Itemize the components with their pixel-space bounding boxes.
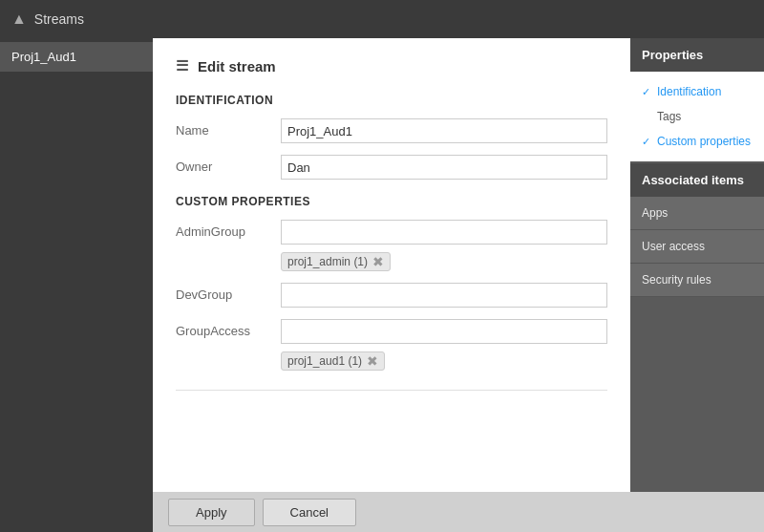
admingroup-field-row: AdminGroup proj1_admin (1) ✖	[176, 220, 607, 271]
content-area: ☰ Edit stream IDENTIFICATION Name Owner	[153, 38, 764, 532]
tags-check-icon	[642, 111, 653, 122]
associated-items-header: Associated items	[630, 163, 764, 197]
owner-input[interactable]	[281, 155, 607, 180]
streams-icon: ▲	[11, 11, 27, 28]
admingroup-input-wrap: proj1_admin (1) ✖	[281, 220, 607, 271]
custom-props-section: CUSTOM PROPERTIES AdminGroup proj1_admin…	[176, 195, 607, 371]
identification-section-title: IDENTIFICATION	[176, 94, 607, 107]
props-item-tags[interactable]: Tags	[630, 104, 764, 129]
name-label: Name	[176, 118, 281, 138]
edit-panel: ☰ Edit stream IDENTIFICATION Name Owner	[153, 38, 764, 492]
bottom-bar: Apply Cancel	[153, 492, 764, 532]
admingroup-tag: proj1_admin (1) ✖	[281, 252, 391, 271]
divider	[176, 390, 607, 391]
props-item-identification[interactable]: ✓ Identification	[630, 79, 764, 104]
properties-header: Properties	[630, 38, 764, 72]
owner-input-wrap	[281, 155, 607, 180]
identification-check-icon: ✓	[642, 86, 653, 98]
groupaccess-input[interactable]	[281, 319, 607, 344]
admingroup-tag-remove[interactable]: ✖	[372, 255, 384, 268]
admingroup-label: AdminGroup	[176, 220, 281, 239]
devgroup-field-row: DevGroup	[176, 283, 607, 308]
edit-header: ☰ Edit stream	[176, 57, 607, 74]
owner-field-row: Owner	[176, 155, 607, 180]
assoc-securityrules-label: Security rules	[642, 273, 711, 287]
groupaccess-tag: proj1_aud1 (1) ✖	[281, 351, 385, 371]
admingroup-input[interactable]	[281, 220, 607, 245]
apply-button[interactable]: Apply	[168, 499, 255, 526]
groupaccess-field-row: GroupAccess proj1_aud1 (1) ✖	[176, 319, 607, 371]
custom-props-check-icon: ✓	[642, 136, 653, 148]
assoc-list: Apps User access Security rules	[630, 197, 764, 492]
groupaccess-tag-label: proj1_aud1 (1)	[287, 354, 362, 368]
name-field-row: Name	[176, 118, 607, 143]
sidebar: Proj1_Aud1	[0, 38, 153, 532]
owner-label: Owner	[176, 155, 281, 174]
edit-title: Edit stream	[198, 58, 276, 74]
main-layout: Proj1_Aud1 ☰ Edit stream IDENTIFICATION …	[0, 38, 764, 532]
name-input-wrap	[281, 118, 607, 143]
props-item-identification-label: Identification	[657, 85, 721, 98]
name-input[interactable]	[281, 118, 607, 143]
props-item-tags-label: Tags	[657, 110, 681, 123]
sidebar-item-label: Proj1_Aud1	[11, 50, 76, 64]
top-bar-title: Streams	[34, 11, 84, 27]
groupaccess-input-wrap: proj1_aud1 (1) ✖	[281, 319, 607, 371]
form-section: ☰ Edit stream IDENTIFICATION Name Owner	[153, 38, 630, 492]
sidebar-item-proj1aud1[interactable]: Proj1_Aud1	[0, 42, 153, 72]
cancel-button[interactable]: Cancel	[263, 499, 356, 526]
assoc-item-apps[interactable]: Apps	[630, 197, 764, 230]
assoc-apps-label: Apps	[642, 206, 668, 220]
custom-props-title: CUSTOM PROPERTIES	[176, 195, 607, 208]
devgroup-input[interactable]	[281, 283, 607, 308]
groupaccess-tag-remove[interactable]: ✖	[367, 354, 378, 368]
assoc-useraccess-label: User access	[642, 240, 705, 253]
assoc-item-security-rules[interactable]: Security rules	[630, 264, 764, 297]
admingroup-tag-label: proj1_admin (1)	[287, 255, 368, 268]
groupaccess-label: GroupAccess	[176, 319, 281, 338]
top-bar: ▲ Streams	[0, 0, 764, 38]
props-list: ✓ Identification Tags ✓ Custom propertie…	[630, 72, 764, 161]
devgroup-input-wrap	[281, 283, 607, 308]
props-item-custom-label: Custom properties	[657, 135, 751, 148]
edit-icon: ☰	[176, 57, 188, 74]
properties-panel: Properties ✓ Identification Tags ✓ Custo…	[630, 38, 764, 492]
props-item-custom-properties[interactable]: ✓ Custom properties	[630, 129, 764, 154]
assoc-item-user-access[interactable]: User access	[630, 230, 764, 264]
devgroup-label: DevGroup	[176, 283, 281, 302]
